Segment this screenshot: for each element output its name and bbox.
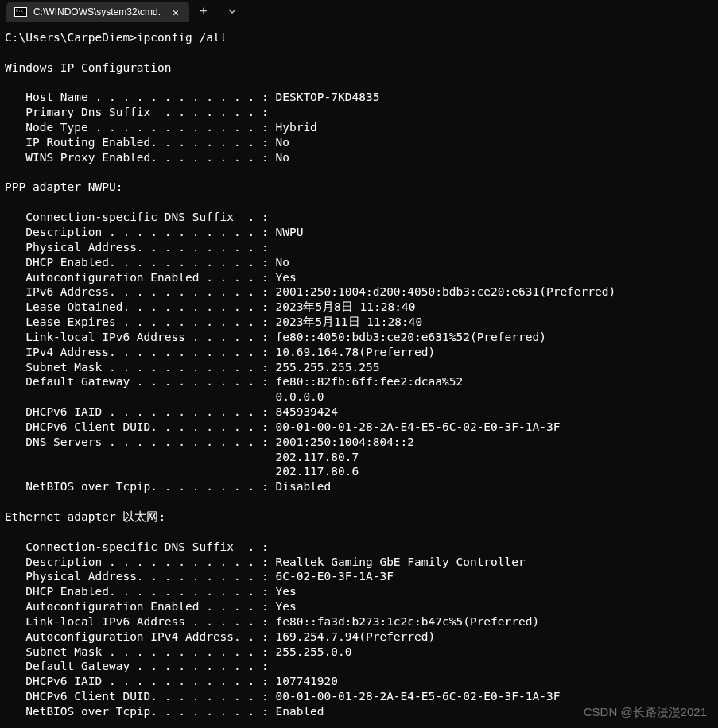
row-value: 2023年5月11日 11:28:40 (275, 316, 422, 328)
row-value: 845939424 (275, 405, 338, 418)
row-label: Host Name . . . . . . . . . . . . : (5, 91, 275, 103)
row-label: Autoconfiguration Enabled . . . . : (5, 600, 275, 613)
row-value: 00-01-00-01-28-2A-E4-E5-6C-02-E0-3F-1A-3… (275, 690, 560, 703)
row-label: NetBIOS over Tcpip. . . . . . . . : (5, 705, 275, 718)
row-value: DESKTOP-7KD4835 (275, 91, 379, 103)
titlebar: C:\WINDOWS\system32\cmd. ✕ + (0, 0, 718, 22)
row-label: IP Routing Enabled. . . . . . . . : (5, 136, 275, 149)
row-label: Subnet Mask . . . . . . . . . . . : (5, 361, 275, 374)
command: ipconfig /all (137, 31, 227, 44)
row-label: Physical Address. . . . . . . . . : (5, 570, 275, 583)
row-value: 10.69.164.78(Preferred) (275, 346, 435, 358)
row-value: 255.255.0.0 (275, 645, 351, 658)
row-label: Link-local IPv6 Address . . . . . : (5, 331, 275, 343)
terminal-output[interactable]: C:\Users\CarpeDiem>ipconfig /all Windows… (0, 22, 718, 724)
row-label: DHCP Enabled. . . . . . . . . . . : (5, 585, 275, 598)
row-label: Default Gateway . . . . . . . . . : (5, 375, 275, 388)
row-value: 2001:250:1004:804::2 (275, 436, 414, 448)
row-label (5, 465, 275, 478)
adapter-title: PPP adapter NWPU: (5, 180, 122, 193)
row-value: 202.117.80.7 (275, 451, 359, 463)
row-value: fe80::4050:bdb3:ce20:e631%52(Preferred) (275, 331, 545, 343)
row-label: Connection-specific DNS Suffix . : (5, 540, 269, 553)
row-value: fe80::82fb:6ff:fee2:dcaa%52 (275, 375, 463, 388)
row-value: Yes (275, 585, 296, 598)
close-icon[interactable]: ✕ (169, 6, 183, 18)
row-label: Lease Expires . . . . . . . . . . : (5, 316, 275, 328)
row-label: DHCPv6 IAID . . . . . . . . . . . : (5, 405, 275, 418)
row-value: 6C-02-E0-3F-1A-3F (275, 570, 393, 583)
row-label: Node Type . . . . . . . . . . . . : (5, 121, 275, 134)
row-label: DHCPv6 IAID . . . . . . . . . . . : (5, 675, 275, 687)
new-tab-button[interactable]: + (189, 0, 218, 22)
row-label: Link-local IPv6 Address . . . . . : (5, 615, 275, 628)
row-label: Autoconfiguration Enabled . . . . : (5, 271, 275, 284)
row-value: No (275, 256, 289, 269)
cmd-icon (14, 7, 27, 17)
row-label: DHCPv6 Client DUID. . . . . . . . : (5, 420, 275, 433)
prompt: C:\Users\CarpeDiem> (5, 31, 137, 44)
row-value: No (275, 151, 289, 164)
row-value: 169.254.7.94(Preferred) (275, 630, 435, 643)
tab-dropdown-button[interactable] (218, 0, 246, 22)
row-value: Hybrid (275, 121, 316, 134)
row-value: NWPU (275, 226, 303, 238)
row-value: 107741920 (275, 675, 338, 687)
row-label: Connection-specific DNS Suffix . : (5, 211, 269, 223)
tab-title: C:\WINDOWS\system32\cmd. (33, 6, 162, 17)
row-value: 00-01-00-01-28-2A-E4-E5-6C-02-E0-3F-1A-3… (275, 420, 560, 433)
row-value: Realtek Gaming GbE Family Controller (275, 556, 525, 568)
adapter-title: Ethernet adapter 以太网: (5, 510, 165, 523)
row-value: 2001:250:1004:d200:4050:bdb3:ce20:e631(P… (275, 285, 615, 298)
row-label: Subnet Mask . . . . . . . . . . . : (5, 645, 275, 658)
section-header: Windows IP Configuration (5, 61, 172, 74)
row-label: Description . . . . . . . . . . . : (5, 226, 275, 238)
row-label: Physical Address. . . . . . . . . : (5, 241, 269, 254)
row-label: IPv6 Address. . . . . . . . . . . : (5, 285, 275, 298)
row-label: Default Gateway . . . . . . . . . : (5, 660, 269, 672)
row-label: Lease Obtained. . . . . . . . . . : (5, 300, 275, 313)
row-label: DHCPv6 Client DUID. . . . . . . . : (5, 690, 275, 703)
row-label: Primary Dns Suffix . . . . . . . : (5, 106, 269, 118)
row-label (5, 390, 275, 403)
row-value: 202.117.80.6 (275, 465, 359, 478)
row-value: 255.255.255.255 (275, 361, 379, 374)
row-label: Description . . . . . . . . . . . : (5, 556, 275, 568)
row-value: Enabled (275, 705, 324, 718)
row-value: fe80::fa3d:b273:1c2c:b47c%5(Preferred) (275, 615, 539, 628)
tab-cmd[interactable]: C:\WINDOWS\system32\cmd. ✕ (6, 2, 189, 22)
row-value: 2023年5月8日 11:28:40 (275, 300, 415, 313)
row-value: Disabled (275, 480, 331, 493)
row-label: DHCP Enabled. . . . . . . . . . . : (5, 256, 275, 269)
row-value: Yes (275, 600, 296, 613)
row-label: WINS Proxy Enabled. . . . . . . . : (5, 151, 275, 164)
row-label (5, 451, 275, 463)
row-label: NetBIOS over Tcpip. . . . . . . . : (5, 480, 275, 493)
row-value: No (275, 136, 289, 149)
row-value: 0.0.0.0 (275, 390, 324, 403)
row-value: Yes (275, 271, 296, 284)
row-label: Autoconfiguration IPv4 Address. . : (5, 630, 275, 643)
row-label: IPv4 Address. . . . . . . . . . . : (5, 346, 275, 358)
row-label: DNS Servers . . . . . . . . . . . : (5, 436, 275, 448)
